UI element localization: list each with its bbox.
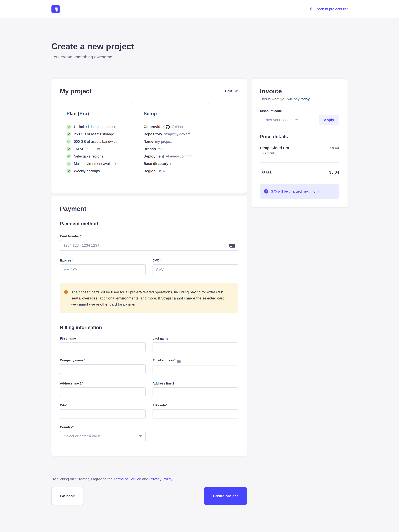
payment-method-title: Payment method [60,221,238,227]
expires-input[interactable] [60,264,146,275]
warning-icon: ! [64,290,68,294]
country-select[interactable]: Select or enter a value [60,431,146,441]
setup-row-label: Deployment [144,154,164,158]
page-title: Create a new project [52,41,347,52]
discount-code-label: Discount code [260,109,339,113]
first-name-input[interactable] [60,342,146,352]
required-mark: * [80,234,81,238]
total-label: TOTAL [260,170,272,174]
plan-title: Plan (Pro) [66,110,126,117]
setup-row: Branch main [144,147,203,151]
company-name-input[interactable] [60,364,146,374]
info-icon: i [264,189,268,194]
go-back-button[interactable]: Go back [52,487,83,505]
email-label: Email address*i [152,359,238,363]
plan-feature: Weekly backups [66,169,126,173]
plan-feature-label: Selectable regions [74,154,103,158]
check-icon [66,169,71,173]
billing-title: Billing information [60,325,238,330]
zip-code-input[interactable] [152,409,238,419]
edit-project-button[interactable]: Edit [225,89,238,93]
address-line2-label: Address line 2 [152,382,238,385]
country-label: Country* [60,425,146,429]
card-number-input[interactable] [60,240,238,251]
address-line2-input[interactable] [152,387,238,397]
line-item-name: Strapi Cloud Pro [260,146,289,150]
required-mark: * [174,359,176,362]
company-name-label: Company name* [60,359,146,362]
card-number-label: Card Number* [60,234,238,238]
city-label: City* [60,404,146,407]
invoice-line-item: Strapi Cloud Pro This month $8.04 [260,146,339,155]
setup-row-value: main [158,147,165,151]
line-item-period: This month [260,151,289,155]
plan-feature-label: Unlimited database entries [74,125,116,129]
plan-panel: Plan (Pro) Unlimited database entries 25… [60,103,132,183]
setup-row-label: Region [144,169,156,173]
chevron-down-icon [139,435,142,437]
plan-feature: Unlimited database entries [66,125,126,129]
info-icon: i [177,360,181,363]
check-icon [66,147,71,151]
cvc-label: CVC* [152,259,238,262]
first-name-label: First name [60,337,146,340]
required-mark: * [84,359,85,362]
setup-row-value: my-project [155,139,172,144]
edit-label: Edit [225,89,232,93]
address-line1-input[interactable] [60,387,146,397]
payment-card: Payment Payment method Card Number* Expi… [52,196,247,456]
zip-code-label: ZIP code* [152,404,238,407]
last-name-input[interactable] [152,342,238,352]
setup-row-value: At every commit [166,154,191,158]
check-icon [66,139,71,144]
setup-row-label: Base directory [144,162,168,166]
setup-row-label: Git provider [144,125,164,129]
setup-row: Region USA [144,169,203,173]
setup-row-value: strapi/my-project [164,132,190,136]
total-amount: $8.04 [329,170,339,175]
plan-feature-label: Multi-environment available [74,162,117,166]
cvc-input[interactable] [152,264,238,275]
required-mark: * [72,425,73,429]
create-project-page: Back to projects list Create a new proje… [0,0,399,532]
invoice-divider [260,162,339,163]
github-icon [166,125,170,129]
discount-code-input[interactable] [260,115,316,125]
setup-row-label: Repository [144,132,162,136]
address-line1-label: Address line 1* [60,382,146,385]
back-arrow-icon [310,7,314,11]
invoice-title: Invoice [260,87,339,95]
setup-row: Name my-project [144,139,203,144]
setup-row: Deployment At every commit [144,154,203,158]
setup-row-value: GitHub [172,125,183,129]
price-details-title: Price details [260,134,339,139]
back-to-projects-link[interactable]: Back to projects list [310,7,347,11]
strapi-logo-icon[interactable] [52,5,60,13]
page-subtitle: Lets create something awesome! [52,54,347,60]
setup-row: Base directory / [144,162,203,166]
project-card-title: My project [60,87,92,95]
required-mark: * [166,404,167,407]
terms-of-service-link[interactable]: Terms of Service [114,477,141,481]
plan-feature: 1M API requests [66,147,126,151]
invoice-total-row: TOTAL $8.04 [260,170,339,175]
top-bar: Back to projects list [0,0,399,19]
privacy-policy-link[interactable]: Privacy Policy [149,477,172,481]
apply-discount-button[interactable]: Apply [319,115,339,125]
plan-feature: 250 GB of assets storage [66,132,126,136]
plan-feature: Selectable regions [66,154,126,158]
email-input[interactable] [152,366,238,375]
city-input[interactable] [60,409,146,419]
plan-feature-label: Weekly backups [74,169,100,173]
invoice-subtitle: This is what you will pay today [260,97,339,101]
create-project-button[interactable]: Create project [204,487,247,505]
check-icon [66,162,71,166]
required-mark: * [82,382,83,385]
setup-title: Setup [144,110,203,117]
project-summary-card: My project Edit Plan (Pro) [52,79,247,194]
required-mark: * [72,259,73,262]
card-usage-warning: ! The chosen card will be used for all p… [60,283,238,313]
line-item-amount: $8.04 [330,146,339,150]
country-select-placeholder: Select or enter a value [64,434,101,438]
required-mark: * [66,404,67,407]
